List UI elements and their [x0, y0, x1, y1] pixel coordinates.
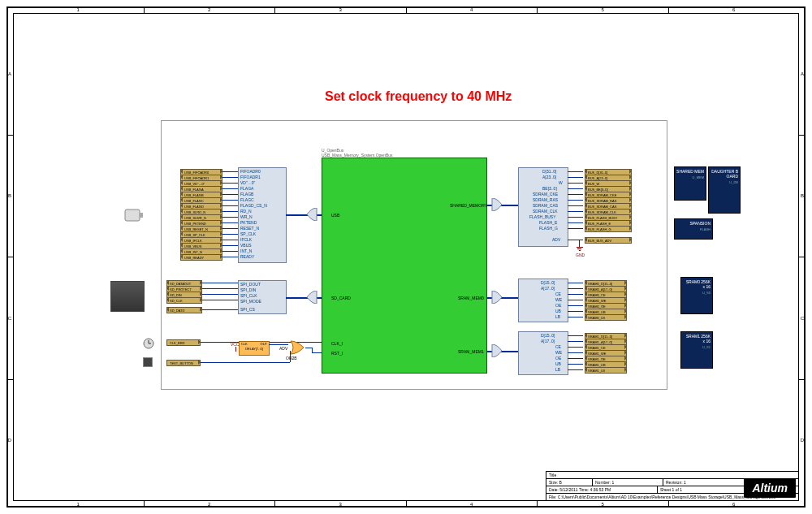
harness-connector-icon — [486, 291, 502, 304]
wire — [568, 211, 583, 212]
harness-connector-icon — [307, 291, 323, 304]
pin-s0-0[interactable]: D[15..0] — [541, 280, 555, 285]
pin-sd-2[interactable]: SPI_CLK — [240, 293, 257, 298]
pin-sh-10[interactable]: FLASH_G — [539, 226, 558, 231]
busport-sd-4[interactable]: SD_DATD — [166, 307, 202, 313]
pin-sh-0[interactable]: D[31..0] — [542, 169, 557, 174]
openbus-sheet-symbol[interactable] — [322, 158, 487, 374]
pin-s1-4[interactable]: OE — [555, 356, 561, 361]
pin-sd-3[interactable]: SPI_MODE — [240, 299, 261, 304]
busport-s0-6[interactable]: SRAM0_LB — [585, 314, 627, 321]
busport-usb-15[interactable]: USB_READY — [180, 254, 222, 261]
busport-sh-11[interactable]: BUS_BUS_ADV — [585, 237, 632, 244]
wire — [568, 341, 583, 342]
pin-s1-5[interactable]: UB — [555, 361, 561, 366]
pin-s0-2[interactable]: CE — [555, 292, 561, 296]
subsheet-block-4[interactable]: SRAM1 256K x 16U_S1 — [680, 331, 713, 369]
annotation-text[interactable]: Set clock frequency to 40 MHz — [325, 89, 512, 104]
pin-sd-4[interactable]: SPI_CS — [240, 307, 255, 312]
wire — [222, 205, 238, 206]
subsheet-block-2[interactable]: SPANSIONFLASH — [674, 218, 713, 240]
subsheet-block-0[interactable]: SHARED MEMU_MEM — [674, 166, 706, 201]
pin-usb-4[interactable]: FLAGB — [240, 192, 253, 197]
pin-usb-3[interactable]: FLAGA — [240, 186, 253, 191]
busport-sh-10[interactable]: BUS_FLASH_G — [585, 226, 632, 232]
openbus-port-sdcard[interactable]: SD_CARD — [331, 296, 351, 300]
wire — [568, 358, 583, 359]
openbus-filename: USB_Mass_Memory_System.OpenBus — [322, 153, 393, 158]
openbus-port-rst[interactable]: RST_I — [331, 351, 343, 356]
pin-s1-3[interactable]: WE — [555, 350, 562, 355]
wire — [568, 283, 583, 283]
pin-usb-7[interactable]: RD_N — [240, 209, 252, 214]
delay-component[interactable]: CLKOUT DELAY[7..0] — [239, 341, 270, 356]
pin-usb-5[interactable]: FLAGC — [240, 197, 254, 202]
subsheet-block-3[interactable]: SRAM0 256K x 16U_S0 — [680, 277, 713, 314]
pin-usb-15[interactable]: READY — [240, 254, 254, 259]
wire — [568, 205, 583, 206]
wire — [568, 171, 583, 172]
pin-usb-1[interactable]: FIFOADR1 — [240, 175, 261, 179]
pin-s1-6[interactable]: LB — [555, 367, 560, 372]
sd-reader-photo — [110, 281, 145, 312]
pin-sh-4[interactable]: SDRAM_CKE — [533, 192, 558, 197]
pin-s1-2[interactable]: CE — [555, 344, 561, 349]
ruler-bottom: 123456 — [13, 501, 799, 508]
pin-s1-0[interactable]: D[15..0] — [541, 333, 555, 338]
pin-usb-13[interactable]: VBUS — [240, 243, 252, 248]
busport-sd-3[interactable]: SD_CLK — [166, 297, 202, 304]
pin-usb-10[interactable]: RESET_N — [240, 226, 259, 231]
wire — [222, 217, 238, 218]
pin-sh-5[interactable]: SDRAM_RAS — [533, 197, 558, 202]
wire — [568, 183, 583, 184]
svg-rect-0 — [125, 209, 140, 221]
wire — [568, 347, 583, 348]
schematic-canvas[interactable]: 123456 123456 ABCD ABCD Set clock freque… — [0, 0, 812, 514]
pin-s0-5[interactable]: UB — [555, 309, 561, 313]
pin-sh-3[interactable]: BE[3..0] — [542, 186, 557, 191]
wire — [568, 300, 583, 300]
openbus-port-sharedmem[interactable]: SHARED_MEMORY — [450, 203, 487, 208]
pin-sh-6[interactable]: SDRAM_CAS — [533, 203, 558, 208]
pin-s0-4[interactable]: OE — [555, 303, 561, 308]
pin-sh-8[interactable]: FLASH_BUSY — [529, 214, 556, 219]
wire — [202, 300, 238, 300]
button-icon — [143, 357, 153, 367]
pin-sh-7[interactable]: SDRAM_CLK — [533, 209, 558, 214]
pin-usb-2[interactable]: VD"…0" — [240, 180, 255, 185]
pin-usb-14[interactable]: INT_N — [240, 248, 252, 253]
pin-sd-1[interactable]: SPI_DIN — [240, 287, 256, 292]
pin-usb-8[interactable]: WR_N — [240, 214, 253, 219]
pin-sd-0[interactable]: SPI_DOUT — [240, 282, 261, 287]
wire — [222, 251, 238, 252]
pin-usb-12[interactable]: IFCLK — [240, 237, 252, 242]
openbus-port-sram1[interactable]: SRAM_MEM1 — [458, 349, 484, 354]
subsheet-block-1[interactable]: DAUGHTER BOARDU_DB — [708, 166, 741, 214]
busport-clk[interactable]: CLK_BRD — [166, 339, 201, 346]
pin-s0-6[interactable]: LB — [555, 314, 560, 319]
ruler-right: ABCD — [799, 13, 806, 501]
pin-s0-1[interactable]: A[17..0] — [541, 286, 555, 291]
pin-sh-2[interactable]: W — [559, 180, 563, 185]
gnd-symbol[interactable] — [575, 244, 585, 252]
pin-usb-0[interactable]: FIFOADR0 — [240, 169, 261, 174]
openbus-port-sram0[interactable]: SRAM_MEM0 — [458, 296, 484, 300]
wire — [568, 305, 583, 306]
wire — [568, 200, 583, 201]
busport-s1-6[interactable]: SRAM1_LB — [585, 367, 627, 374]
pin-usb-9[interactable]: PKTEND — [240, 220, 257, 225]
pin-s1-1[interactable]: A[17..0] — [541, 339, 555, 343]
ruler-top: 123456 — [13, 6, 799, 13]
openbus-port-usb[interactable]: USB — [331, 213, 339, 218]
pin-usb-6[interactable]: FLAGD_CS_N — [240, 203, 267, 208]
openbus-port-clk[interactable]: CLK_I — [331, 341, 343, 346]
pin-sh-1[interactable]: A[23..0] — [542, 175, 556, 179]
wire — [222, 211, 238, 212]
pin-s0-3[interactable]: WE — [555, 297, 562, 302]
busport-test[interactable]: TEST_BUTTON — [166, 360, 201, 366]
wire — [305, 348, 312, 348]
wire — [222, 171, 238, 172]
pin-usb-11[interactable]: SP_CLK — [240, 231, 256, 236]
pin-sh-11[interactable]: ADV — [552, 237, 560, 242]
pin-sh-9[interactable]: FLASH_E — [539, 220, 557, 225]
